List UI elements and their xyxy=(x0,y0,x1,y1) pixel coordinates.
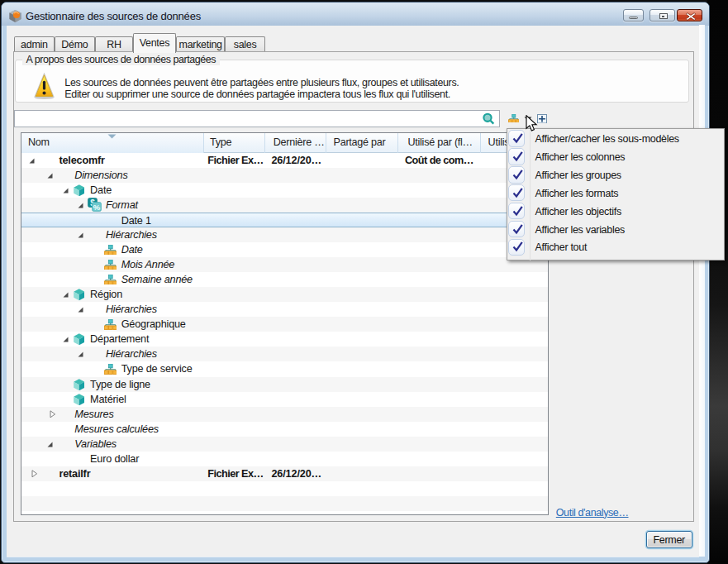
svg-text:%: % xyxy=(93,203,101,212)
